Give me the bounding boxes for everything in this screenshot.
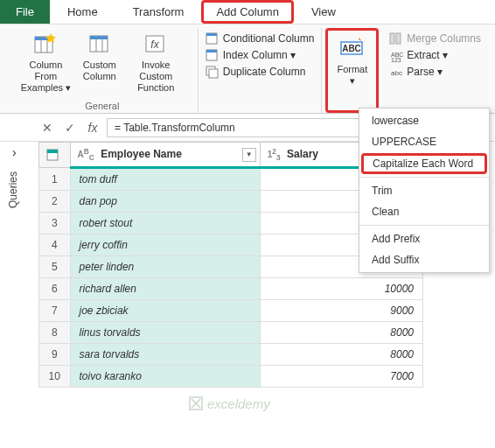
ribbon-group-label-general: General: [85, 101, 119, 113]
tab-add-column[interactable]: Add Column: [201, 0, 294, 24]
format-button[interactable]: ABC Format ▾: [331, 32, 373, 88]
svg-rect-12: [206, 33, 217, 36]
tab-transform[interactable]: Transform: [115, 0, 202, 24]
index-column-button[interactable]: Index Column ▾: [206, 48, 315, 62]
conditional-icon: [206, 32, 220, 46]
row-number: 6: [39, 278, 71, 300]
tab-view[interactable]: View: [294, 0, 353, 24]
table-row[interactable]: 6 richard allen 10000: [39, 278, 423, 300]
duplicate-column-button[interactable]: Duplicate Column: [206, 65, 315, 79]
conditional-column-button[interactable]: Conditional Column: [206, 32, 315, 46]
invoke-custom-function-button[interactable]: fx Invoke Custom Function: [122, 28, 191, 96]
row-number: 9: [39, 344, 71, 366]
text-commands: Merge Columns ABC123 Extract ▾ abc Parse…: [382, 28, 488, 113]
svg-rect-20: [396, 33, 401, 44]
table-star-icon: [31, 30, 59, 58]
type-text-icon: ABC: [78, 150, 94, 159]
table-row[interactable]: 7 joe zbiciak 9000: [39, 300, 423, 322]
menu-add-prefix[interactable]: Add Prefix: [359, 228, 489, 249]
ribbon-tabs: File Home Transform Add Column View: [0, 0, 495, 24]
menu-clean[interactable]: Clean: [359, 201, 489, 222]
row-number: 10: [39, 366, 71, 388]
menu-separator: [359, 177, 489, 178]
fx-icon[interactable]: fx: [84, 119, 101, 136]
svg-rect-25: [47, 150, 58, 153]
menu-uppercase[interactable]: UPPERCASE: [359, 131, 489, 152]
merge-icon: [389, 32, 403, 46]
queries-sidebar[interactable]: Queries: [0, 140, 26, 438]
cell-salary[interactable]: 8000: [260, 322, 422, 344]
custom-column-button[interactable]: Custom Column: [78, 28, 122, 96]
svg-rect-14: [206, 50, 217, 52]
extract-button[interactable]: ABC123 Extract ▾: [389, 48, 481, 62]
row-number: 1: [39, 168, 71, 191]
svg-text:abc: abc: [391, 69, 402, 77]
parse-button[interactable]: abc Parse ▾: [389, 65, 481, 79]
table-corner[interactable]: [39, 143, 71, 168]
row-number: 3: [39, 213, 71, 234]
duplicate-icon: [206, 65, 220, 79]
format-dropdown: lowercase UPPERCASE Capitalize Each Word…: [359, 108, 490, 273]
row-number: 8: [39, 322, 71, 344]
function-icon: fx: [142, 30, 170, 58]
svg-rect-6: [90, 36, 108, 39]
column-filter-name[interactable]: ▼: [242, 148, 256, 162]
cell-salary[interactable]: 7000: [260, 366, 422, 388]
cell-salary[interactable]: 8000: [260, 344, 422, 366]
accept-icon[interactable]: ✓: [61, 119, 79, 136]
index-icon: [206, 48, 220, 62]
table-row[interactable]: 8 linus torvalds 8000: [39, 322, 423, 344]
ribbon-group-general: Column From Examples ▾ Custom Column fx …: [7, 28, 199, 113]
cell-salary[interactable]: 10000: [260, 278, 422, 300]
cell-name[interactable]: sara torvalds: [70, 344, 260, 366]
queries-label: Queries: [7, 172, 19, 208]
cancel-icon[interactable]: ✕: [38, 119, 56, 136]
table-row[interactable]: 9 sara torvalds 8000: [39, 344, 423, 366]
tab-home[interactable]: Home: [50, 0, 115, 24]
menu-separator: [359, 225, 489, 226]
row-number: 7: [39, 300, 71, 322]
cell-name[interactable]: robert stout: [70, 213, 260, 234]
extract-icon: ABC123: [389, 48, 403, 62]
parse-icon: abc: [389, 65, 403, 79]
svg-rect-26: [190, 397, 202, 410]
column-header-name[interactable]: ABC Employee Name ▼: [70, 143, 260, 168]
cell-name[interactable]: peter linden: [70, 256, 260, 278]
row-number: 4: [39, 234, 71, 256]
column-commands: Conditional Column Index Column ▾ Duplic…: [199, 28, 322, 113]
ribbon-content: Column From Examples ▾ Custom Column fx …: [0, 24, 495, 114]
column-from-examples-button[interactable]: Column From Examples ▾: [14, 28, 78, 96]
format-button-highlight: ABC Format ▾: [325, 28, 379, 113]
cell-name[interactable]: dan pop: [70, 191, 260, 213]
cell-name[interactable]: jerry coffin: [70, 234, 260, 256]
cell-name[interactable]: tom duff: [70, 168, 260, 191]
merge-columns-button[interactable]: Merge Columns: [389, 32, 481, 46]
menu-trim[interactable]: Trim: [359, 180, 489, 201]
menu-capitalize-each-word[interactable]: Capitalize Each Word: [361, 153, 487, 174]
svg-rect-16: [209, 69, 218, 78]
cell-name[interactable]: linus torvalds: [70, 322, 260, 344]
menu-add-suffix[interactable]: Add Suffix: [359, 249, 489, 270]
row-number: 2: [39, 191, 71, 213]
tab-file[interactable]: File: [0, 0, 50, 24]
svg-text:fx: fx: [151, 38, 160, 51]
menu-lowercase[interactable]: lowercase: [359, 110, 489, 131]
table-row[interactable]: 10 toivo karanko 7000: [39, 366, 423, 388]
type-number-icon: 123: [268, 150, 281, 159]
svg-text:ABC: ABC: [342, 44, 361, 53]
cell-name[interactable]: joe zbiciak: [70, 300, 260, 322]
row-number: 5: [39, 256, 71, 278]
format-abc-icon: ABC: [338, 34, 366, 62]
table-icon: [86, 30, 114, 58]
watermark: exceldemy: [188, 396, 270, 411]
svg-text:123: 123: [391, 57, 401, 62]
cell-name[interactable]: toivo karanko: [70, 366, 260, 388]
svg-rect-19: [390, 33, 394, 44]
cell-salary[interactable]: 9000: [260, 300, 422, 322]
cell-name[interactable]: richard allen: [70, 278, 260, 300]
